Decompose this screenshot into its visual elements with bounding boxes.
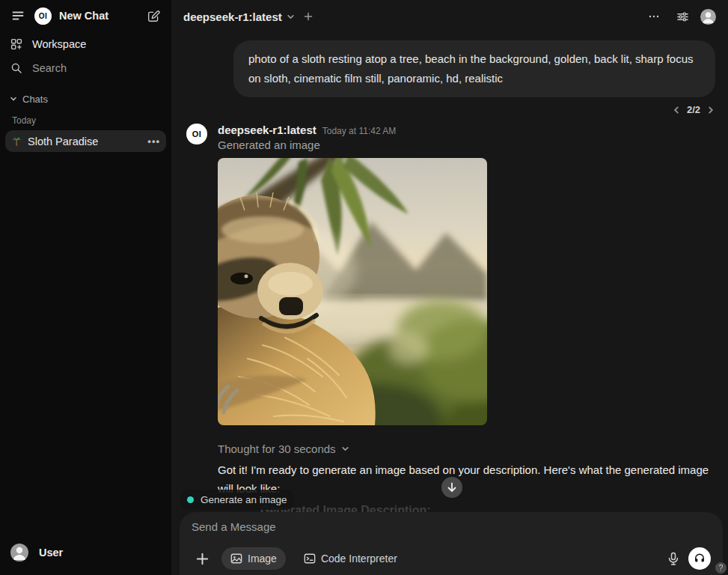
chevron-down-icon — [341, 445, 349, 453]
generation-status-toast: Generate an image — [180, 490, 294, 510]
chats-section-toggle[interactable]: Chats — [0, 91, 171, 106]
microphone-icon[interactable] — [667, 552, 679, 565]
message-pagination: 2/2 — [186, 104, 715, 115]
image-icon — [230, 553, 242, 565]
generated-sloth-image[interactable] — [218, 158, 487, 425]
sidebar: OI New Chat Workspace Search — [0, 0, 171, 575]
chevron-down-icon — [10, 95, 17, 103]
user-name-label: User — [39, 547, 63, 559]
sidebar-user-menu[interactable]: User — [0, 539, 171, 566]
terminal-icon — [304, 553, 316, 565]
model-name: deepseek-r1:latest — [183, 10, 282, 23]
voice-call-button[interactable] — [688, 547, 711, 570]
search-label: Search — [32, 62, 67, 74]
chevron-down-icon — [287, 13, 295, 21]
code-interpreter-button[interactable]: Code Interpreter — [295, 547, 406, 570]
status-text: Generate an image — [201, 494, 287, 505]
app-logo: OI — [34, 7, 52, 25]
generated-note: Generated an image — [218, 139, 715, 151]
sidebar-chat-sloth-paradise[interactable]: Sloth Paradise ••• — [5, 130, 166, 152]
chat-title: Sloth Paradise — [28, 136, 141, 147]
help-button[interactable]: ? — [715, 562, 727, 574]
chats-header-label: Chats — [22, 94, 48, 105]
new-chat-button[interactable]: OI New Chat — [34, 7, 143, 25]
add-model-icon[interactable] — [304, 12, 313, 21]
ellipsis-menu-icon[interactable] — [643, 6, 664, 27]
search-icon — [10, 61, 23, 75]
assistant-name: deepseek-r1:latest — [218, 124, 316, 136]
assistant-avatar: OI — [186, 124, 207, 144]
thought-toggle[interactable]: Thought for 30 seconds — [218, 442, 715, 455]
image-tool-button[interactable]: Image — [221, 547, 286, 570]
main-area: deepseek-r1:latest photo of — [171, 0, 728, 575]
profile-avatar[interactable] — [700, 9, 716, 25]
chat-messages[interactable]: photo of a sloth resting atop a tree, be… — [171, 33, 728, 512]
chevron-left-icon[interactable] — [672, 106, 681, 115]
sidebar-toggle-icon[interactable] — [7, 5, 28, 26]
new-chat-label: New Chat — [59, 10, 108, 22]
controls-sliders-icon[interactable] — [672, 6, 693, 27]
palm-tree-icon — [11, 136, 22, 147]
message-composer: Image Code Interpreter — [180, 512, 723, 575]
pagination-count: 2/2 — [687, 104, 700, 115]
code-interpreter-label: Code Interpreter — [321, 553, 397, 565]
status-dot — [187, 496, 194, 503]
attach-plus-icon[interactable] — [192, 548, 212, 569]
main-header: deepseek-r1:latest — [171, 0, 728, 33]
message-timestamp: Today at 11:42 AM — [322, 126, 397, 136]
sidebar-item-search[interactable]: Search — [4, 56, 167, 79]
model-selector[interactable]: deepseek-r1:latest — [183, 10, 313, 23]
headphones-icon — [694, 553, 706, 565]
arrow-down-icon — [447, 482, 457, 493]
user-message-bubble: photo of a sloth resting atop a tree, be… — [233, 40, 715, 97]
message-input[interactable] — [192, 520, 711, 538]
chevron-right-icon[interactable] — [706, 106, 715, 115]
image-tool-label: Image — [248, 553, 277, 565]
assistant-message: OI deepseek-r1:latest Today at 11:42 AM … — [186, 124, 715, 517]
workspace-label: Workspace — [32, 38, 86, 50]
date-group-label: Today — [0, 106, 171, 130]
user-avatar — [10, 544, 28, 562]
sidebar-item-workspace[interactable]: Workspace — [4, 32, 167, 55]
chat-options-icon[interactable]: ••• — [147, 136, 160, 147]
thought-label: Thought for 30 seconds — [218, 442, 336, 455]
squares-plus-icon — [10, 37, 23, 51]
edit-pencil-icon[interactable] — [143, 5, 164, 26]
scroll-to-bottom-button[interactable] — [441, 477, 462, 498]
